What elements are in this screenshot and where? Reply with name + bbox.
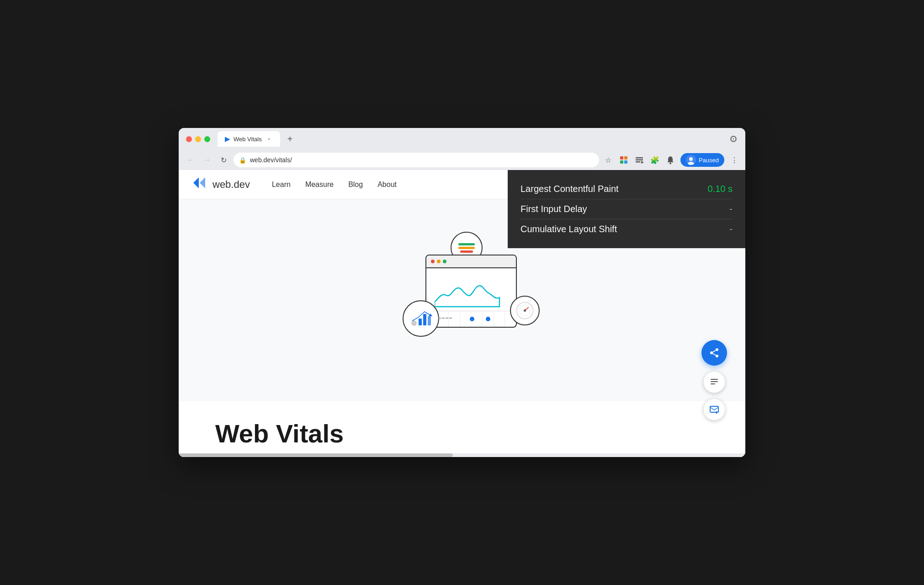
dashed-h-left — [438, 318, 452, 319]
svg-line-30 — [713, 351, 716, 352]
scrollbar-track[interactable] — [179, 453, 745, 457]
svg-rect-34 — [710, 406, 718, 412]
svg-rect-8 — [636, 160, 643, 161]
active-tab[interactable]: ▶ Web Vitals × — [218, 131, 280, 147]
lcp-row: Largest Contentful Paint 0.10 s — [520, 179, 733, 199]
minimize-button[interactable] — [195, 136, 201, 142]
bar-yellow — [458, 247, 475, 249]
nav-blog[interactable]: Blog — [348, 181, 363, 189]
bottom-section: Web Vitals — [179, 401, 745, 457]
cls-name: Cumulative Layout Shift — [520, 224, 617, 234]
illus-dot-green — [443, 260, 446, 263]
nav-learn[interactable]: Learn — [272, 181, 291, 189]
svg-point-11 — [669, 163, 671, 165]
lcp-value: 0.10 s — [708, 184, 733, 194]
chrome-menu-icon[interactable] — [729, 134, 738, 144]
svg-rect-20 — [428, 316, 431, 325]
fid-value: - — [729, 204, 733, 214]
fab-container — [701, 340, 727, 420]
svg-rect-19 — [423, 314, 426, 325]
illustration — [371, 227, 553, 373]
svg-rect-4 — [624, 156, 627, 160]
logo-icon — [193, 176, 208, 193]
svg-rect-3 — [620, 156, 623, 160]
refresh-button[interactable]: ↻ — [217, 154, 230, 166]
extension-icon-2[interactable] — [634, 154, 645, 165]
illus-chart-circle — [403, 300, 439, 337]
maximize-button[interactable] — [204, 136, 210, 142]
url-bar[interactable]: 🔒 web.dev/vitals/ — [234, 153, 599, 167]
traffic-lights — [186, 136, 210, 142]
extensions-icon[interactable]: 🧩 — [649, 154, 660, 165]
gauge-svg — [515, 300, 535, 321]
address-bar: ← → ↻ 🔒 web.dev/vitals/ ☆ — [179, 150, 745, 170]
svg-point-13 — [689, 157, 693, 161]
new-tab-button[interactable]: + — [284, 133, 297, 145]
url-text: web.dev/vitals/ — [250, 156, 594, 164]
chart-svg — [409, 307, 434, 330]
tab-close-button[interactable]: × — [266, 135, 273, 143]
forward-button[interactable]: → — [201, 154, 213, 166]
tab-title: Web Vitals — [234, 136, 262, 143]
svg-line-29 — [713, 354, 716, 356]
lcp-name: Largest Contentful Paint — [520, 184, 619, 194]
avatar — [686, 155, 696, 165]
svg-rect-5 — [620, 160, 623, 164]
close-button[interactable] — [186, 136, 192, 142]
logo-text: web.dev — [212, 179, 250, 191]
svg-rect-6 — [624, 160, 627, 164]
svg-rect-7 — [636, 157, 643, 159]
profile-label: Paused — [699, 157, 719, 164]
svg-marker-16 — [200, 177, 205, 188]
svg-point-25 — [524, 309, 526, 312]
nav-about[interactable]: About — [377, 181, 397, 189]
svg-rect-32 — [711, 381, 718, 382]
svg-rect-9 — [636, 161, 640, 163]
title-bar-right — [729, 134, 738, 144]
star-icon[interactable]: ☆ — [603, 154, 614, 165]
page-content: web.dev Learn Measure Blog About 🔍 Searc… — [179, 170, 745, 457]
svg-point-17 — [411, 320, 417, 326]
extension-icon-1[interactable] — [618, 154, 629, 165]
share-fab-button[interactable] — [701, 340, 727, 366]
nav-measure[interactable]: Measure — [305, 181, 334, 189]
metrics-overlay: Largest Contentful Paint 0.10 s First In… — [508, 170, 745, 248]
svg-rect-31 — [711, 379, 718, 380]
cls-value: - — [729, 224, 733, 234]
svg-marker-15 — [193, 177, 199, 188]
back-button[interactable]: ← — [184, 154, 197, 166]
scrollbar-thumb[interactable] — [179, 453, 453, 457]
address-bar-icons: ☆ 🧩 — [603, 153, 740, 167]
svg-point-26 — [716, 348, 718, 351]
cls-row: Cumulative Layout Shift - — [520, 219, 733, 239]
illus-gauge-circle — [510, 296, 540, 325]
browser-window: ▶ Web Vitals × + ← → ↻ 🔒 web.dev/vitals/ — [179, 128, 745, 457]
illus-browser — [425, 255, 517, 328]
chrome-more-button[interactable]: ⋮ — [729, 154, 740, 165]
page-title: Web Vitals — [215, 420, 709, 448]
illus-dot-yellow — [437, 260, 441, 263]
svg-rect-33 — [711, 383, 715, 384]
lock-icon: 🔒 — [239, 157, 246, 164]
title-bar: ▶ Web Vitals × + — [179, 128, 745, 150]
tab-area: ▶ Web Vitals × + — [218, 131, 725, 147]
fid-name: First Input Delay — [520, 204, 587, 214]
notification-icon[interactable] — [665, 154, 676, 165]
bar-green — [458, 243, 475, 245]
svg-point-28 — [716, 355, 718, 357]
email-fab-button[interactable] — [703, 399, 725, 420]
list-fab-button[interactable] — [703, 371, 725, 393]
svg-point-2 — [733, 138, 734, 140]
profile-button[interactable]: Paused — [680, 153, 724, 167]
wave-svg — [435, 279, 508, 316]
svg-rect-18 — [419, 319, 422, 325]
illus-browser-bar — [426, 255, 516, 268]
svg-marker-10 — [641, 161, 644, 164]
svg-point-27 — [710, 351, 713, 354]
illus-dot-red — [431, 260, 435, 263]
site-logo[interactable]: web.dev — [193, 176, 250, 193]
tab-favicon-icon: ▶ — [225, 135, 230, 143]
bar-red — [460, 250, 473, 253]
fid-row: First Input Delay - — [520, 199, 733, 219]
